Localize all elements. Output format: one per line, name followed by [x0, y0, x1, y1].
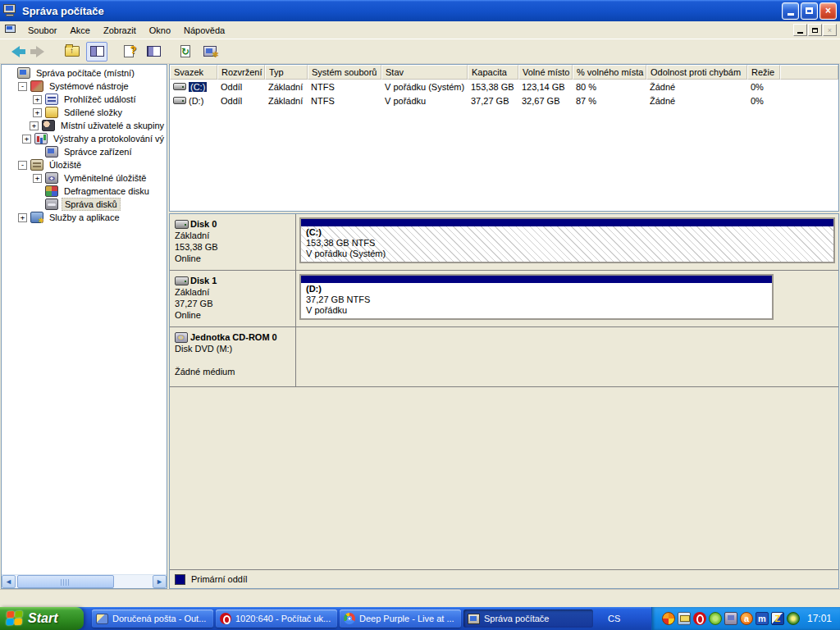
- scroll-left-button[interactable]: ◄: [2, 575, 16, 588]
- menu-zobrazit[interactable]: Zobrazit: [97, 23, 143, 38]
- chrome-icon: [344, 613, 355, 624]
- tree-item-removable-storage[interactable]: + Vyměnitelné úložiště: [2, 171, 167, 185]
- hard-disk-icon: [175, 220, 189, 229]
- column-header-system-souboru[interactable]: Systém souborů: [308, 65, 381, 80]
- taskbar-button-chrome[interactable]: Deep Purple - Live at ...: [340, 609, 461, 628]
- windows-logo-icon: [6, 611, 23, 627]
- forward-button[interactable]: [30, 42, 51, 62]
- minimize-button[interactable]: [782, 2, 799, 20]
- language-indicator[interactable]: CS: [593, 607, 630, 630]
- avast-icon[interactable]: a: [740, 612, 753, 625]
- disk1-info[interactable]: Disk 1 Základní 37,27 GB Online: [170, 271, 296, 326]
- start-button[interactable]: Start: [0, 607, 84, 630]
- cdrom-info[interactable]: Jednotka CD-ROM 0 Disk DVD (M:) Žádné mé…: [170, 327, 296, 386]
- disk0-info[interactable]: Disk 0 Základní 153,38 GB Online: [170, 214, 296, 270]
- disk-defragmenter-icon: [45, 185, 58, 197]
- pinwheel-icon[interactable]: [662, 612, 675, 625]
- expand-expander[interactable]: +: [33, 95, 42, 104]
- zonealarm-icon[interactable]: Z: [771, 612, 784, 625]
- storage-icon: [30, 159, 43, 171]
- tree-item-shared-folders[interactable]: + Sdílené složky: [2, 106, 167, 119]
- cdrom-media: Disk DVD (M:): [175, 343, 290, 354]
- column-header-rezie[interactable]: Režie: [747, 65, 780, 80]
- stopwatch-icon[interactable]: [787, 612, 800, 625]
- column-header-pct-volneho[interactable]: % volného místa: [573, 65, 646, 80]
- opera-tray-icon[interactable]: [693, 612, 706, 625]
- table-row-volume-c[interactable]: (C:) Oddíl Základní NTFS V pořádku (Syst…: [170, 80, 838, 94]
- mail-tray-icon[interactable]: [678, 612, 691, 625]
- mdi-minimize-button[interactable]: [793, 24, 807, 36]
- cdrom-row: Jednotka CD-ROM 0 Disk DVD (M:) Žádné mé…: [170, 327, 838, 387]
- expand-expander[interactable]: +: [33, 174, 42, 183]
- computer-config-icon: [203, 46, 217, 57]
- refresh-icon: [180, 45, 190, 57]
- tree-horizontal-scrollbar[interactable]: ◄ ►: [2, 574, 167, 588]
- tree-item-device-manager[interactable]: Správce zařízení: [2, 145, 167, 158]
- show-action-pane-button[interactable]: [143, 42, 164, 62]
- action-pane-icon: [147, 46, 161, 57]
- expand-expander[interactable]: +: [18, 213, 27, 222]
- collapse-expander[interactable]: -: [18, 161, 27, 170]
- column-header-rozvrzeni[interactable]: Rozvržení: [217, 65, 265, 80]
- disk1-size: 37,27 GB: [175, 298, 290, 309]
- close-button[interactable]: ×: [819, 2, 837, 20]
- expand-expander[interactable]: +: [30, 121, 39, 130]
- taskbar-button-opera[interactable]: 1020:640 - Počítač uk...: [216, 609, 337, 628]
- window-title: Správa počítače: [22, 5, 782, 17]
- scrollbar-track[interactable]: [16, 575, 153, 588]
- system-tools-icon: [30, 80, 43, 92]
- expand-expander[interactable]: +: [33, 108, 42, 117]
- back-button[interactable]: [5, 42, 26, 62]
- tree-item-event-viewer[interactable]: + Prohlížeč událostí: [2, 93, 167, 106]
- menu-akce[interactable]: Akce: [63, 23, 96, 38]
- tree-item-system-tools[interactable]: - Systémové nástroje: [2, 80, 167, 93]
- collapse-expander[interactable]: -: [18, 82, 27, 91]
- outlook-icon: [96, 614, 108, 624]
- messenger-m-icon[interactable]: m: [756, 612, 769, 625]
- taskbar-button-computer-management[interactable]: Správa počítače: [463, 609, 593, 628]
- menu-napoveda[interactable]: Nápověda: [177, 23, 231, 38]
- forward-arrow-icon: [36, 46, 44, 57]
- back-arrow-icon: [11, 46, 20, 57]
- local-users-icon: [42, 120, 55, 131]
- folder-up-icon: [65, 46, 80, 57]
- tree-item-disk-defragmenter[interactable]: Defragmentace disku: [2, 185, 167, 198]
- performance-logs-icon: [34, 133, 48, 144]
- partition-c[interactable]: (C:) 153,38 GB NTFS V pořádku (Systém): [299, 217, 835, 263]
- toolbar: [0, 39, 840, 64]
- column-header-stav[interactable]: Stav: [381, 65, 468, 80]
- column-header-kapacita[interactable]: Kapacita: [468, 65, 518, 80]
- scroll-right-button[interactable]: ►: [153, 575, 167, 588]
- tree-item-performance-logs[interactable]: + Výstrahy a protokolování vý: [2, 132, 167, 145]
- scrollbar-thumb[interactable]: [17, 575, 114, 588]
- taskbar-button-outlook[interactable]: Doručená pošta - Out...: [92, 609, 213, 628]
- tree-item-disk-management[interactable]: Správa disků: [2, 198, 167, 211]
- column-header-typ[interactable]: Typ: [265, 65, 308, 80]
- display-settings-icon[interactable]: [724, 612, 737, 625]
- restore-button[interactable]: [801, 2, 818, 20]
- column-header-volne-misto[interactable]: Volné místo: [518, 65, 573, 80]
- computer-window-icon: [3, 4, 18, 17]
- show-console-tree-button[interactable]: [86, 42, 107, 62]
- refresh-button[interactable]: [175, 42, 196, 62]
- table-row-volume-d[interactable]: (D:) Oddíl Základní NTFS V pořádku 37,27…: [170, 94, 838, 107]
- tree-item-local-users[interactable]: + Místní uživatelé a skupiny: [2, 119, 167, 132]
- tree-item-services-applications[interactable]: + Služby a aplikace: [2, 211, 167, 224]
- mdi-close-button[interactable]: ×: [823, 24, 837, 36]
- column-header-svazek[interactable]: Svazek: [170, 65, 217, 80]
- disk-graphical-view: Disk 0 Základní 153,38 GB Online (C:) 15…: [169, 213, 839, 589]
- column-header-odolnost[interactable]: Odolnost proti chybám: [646, 65, 747, 80]
- disk0-graph: (C:) 153,38 GB NTFS V pořádku (Systém): [296, 214, 838, 270]
- menu-okno[interactable]: Okno: [143, 23, 177, 38]
- up-one-level-button[interactable]: [62, 42, 83, 62]
- expand-expander[interactable]: +: [22, 135, 31, 144]
- menu-soubor[interactable]: Soubor: [21, 23, 63, 38]
- partition-d[interactable]: (D:) 37,27 GB NTFS V pořádku: [299, 274, 774, 320]
- computer-config-button[interactable]: [199, 42, 221, 62]
- icq-flower-icon[interactable]: [709, 612, 722, 625]
- help-topic-button[interactable]: [118, 42, 139, 62]
- mdi-restore-button[interactable]: [808, 24, 822, 36]
- tree-item-storage[interactable]: - Úložiště: [2, 158, 167, 171]
- clock[interactable]: 17:01: [807, 613, 832, 624]
- tree-item-computer-management[interactable]: Správa počítače (místní): [2, 66, 167, 80]
